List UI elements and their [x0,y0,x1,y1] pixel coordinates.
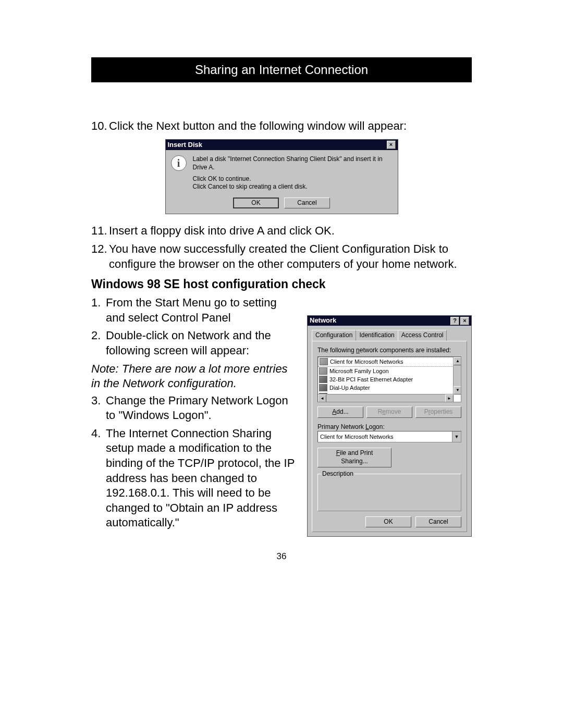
step-text: From the Start Menu go to setting and se… [106,295,298,325]
cancel-button[interactable]: Cancel [284,198,330,209]
scroll-up-icon[interactable]: ▲ [454,357,461,365]
cancel-button[interactable]: Cancel [415,516,461,528]
components-list[interactable]: Client for Microsoft Networks Microsoft … [317,356,461,402]
step-number: 2. [91,328,106,358]
page-number: 36 [91,551,472,562]
section-heading: Windows 98 SE host configuration check [91,277,472,292]
tab-identification[interactable]: Identification [356,330,398,341]
step-number: 10. [91,119,109,134]
description-label: Description [321,470,354,478]
scrollbar-vertical[interactable]: ▲ ▼ [453,357,461,394]
dialog-message-1: Label a disk "Internet Connection Sharin… [193,155,393,171]
step-text: Change the Primary Network Logon to "Win… [106,393,298,423]
chevron-down-icon[interactable]: ▼ [452,431,461,442]
scroll-down-icon[interactable]: ▼ [454,386,461,394]
help-icon[interactable]: ? [450,317,459,325]
computer-icon [319,367,327,375]
scroll-right-icon[interactable]: ► [445,394,454,402]
list-item[interactable]: 32-Bit PCI Fast Ethernet Adapter [318,375,461,384]
scrollbar-horizontal[interactable]: ◄ ► [318,394,454,402]
dialog-message-3: Click Cancel to skip creating a client d… [193,183,393,191]
dialog-message-2: Click OK to continue. [193,175,393,183]
substep-3: 3. Change the Primary Network Logon to "… [91,393,298,423]
step-number: 3. [91,393,106,423]
add-button[interactable]: Add... [317,406,363,418]
primary-logon-label: Primary Network Logon: [317,423,461,431]
substep-2: 2. Double-click on Network and the follo… [91,328,298,358]
step-12: 12. You have now successfully created th… [91,242,472,272]
step-number: 1. [91,295,106,325]
adapter-icon [319,384,327,391]
substep-1: 1. From the Start Menu go to setting and… [91,295,298,325]
step-text: You have now successfully created the Cl… [109,242,472,272]
step-text: The Internet Connection Sharing setup ma… [106,426,298,530]
network-title: Network [310,316,336,325]
insert-disk-title-bar: Insert Disk × [166,140,398,151]
tab-configuration[interactable]: Configuration [312,330,356,341]
tabs: Configuration Identification Access Cont… [308,326,471,341]
step-10: 10. Click the Next button and the follow… [91,119,472,134]
step-text: Double-click on Network and the followin… [106,328,298,358]
network-dialog: Network ? × Configuration Identification… [307,315,472,537]
step-11: 11. Insert a floppy disk into drive A an… [91,224,472,239]
page-header: Sharing an Internet Connection [91,57,472,82]
primary-logon-dropdown[interactable]: Client for Microsoft Networks ▼ [317,431,461,442]
adapter-icon [319,376,327,383]
step-text: Insert a floppy disk into drive A and cl… [109,224,335,239]
substep-4: 4. The Internet Connection Sharing setup… [91,426,298,530]
step-number: 4. [91,426,106,530]
list-item[interactable]: Client for Microsoft Networks [318,357,461,366]
ok-button[interactable]: OK [233,198,279,209]
remove-button[interactable]: Remove [366,406,412,418]
info-icon [171,155,187,171]
list-item[interactable]: Microsoft Family Logon [318,367,461,375]
close-icon[interactable]: × [387,141,396,149]
insert-disk-title: Insert Disk [168,141,202,150]
step-text: Click the Next button and the following … [109,119,407,134]
properties-button[interactable]: Properties [415,406,461,418]
note-text: Note: There are now a lot more entries i… [91,362,298,391]
insert-disk-dialog: Insert Disk × Label a disk "Internet Con… [165,139,398,215]
file-print-sharing-button[interactable]: File and Print Sharing... [317,448,391,467]
description-group: Description [317,474,461,511]
computer-icon [320,358,328,365]
dropdown-value: Client for Microsoft Networks [320,433,394,440]
network-title-bar: Network ? × [308,316,471,326]
components-label: The following network components are ins… [317,347,461,355]
tab-access-control[interactable]: Access Control [398,330,447,341]
step-number: 12. [91,242,109,272]
list-item[interactable]: Dial-Up Adapter [318,384,461,392]
ok-button[interactable]: OK [365,516,411,528]
close-icon[interactable]: × [460,317,469,325]
step-number: 11. [91,224,109,239]
scroll-left-icon[interactable]: ◄ [318,394,326,402]
